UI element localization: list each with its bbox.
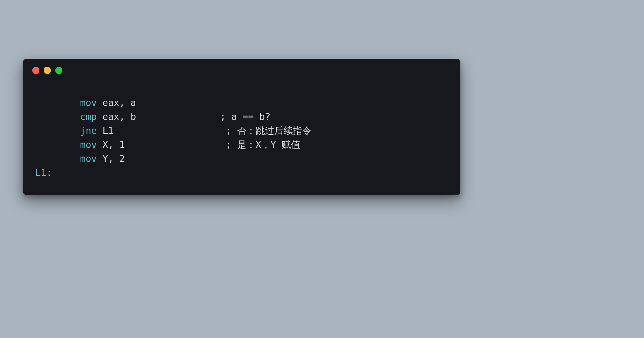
code-line: L1: [35, 166, 448, 180]
code-line: cmp eax, b ; a == b? [35, 110, 448, 124]
code-window: mov eax, a cmp eax, b ; a == b? jne L1 ;… [23, 59, 460, 195]
code-comment: ; 否：跳过后续指令 [114, 125, 311, 136]
code-block: mov eax, a cmp eax, b ; a == b? jne L1 ;… [23, 77, 460, 195]
minimize-icon[interactable] [44, 67, 51, 74]
code-line: jne L1 ; 否：跳过后续指令 [35, 124, 448, 138]
code-operands: eax, b [97, 111, 136, 122]
code-keyword: mov [80, 153, 97, 164]
code-indent [35, 125, 80, 136]
code-operands: L1 [97, 125, 114, 136]
code-comment: ; a == b? [136, 111, 271, 122]
code-indent [35, 153, 80, 164]
code-line: mov X, 1 ; 是：X，Y 赋值 [35, 138, 448, 152]
code-keyword: mov [80, 97, 97, 108]
code-indent [35, 139, 80, 150]
code-line: mov Y, 2 [35, 152, 448, 166]
code-operands: eax, a [97, 97, 136, 108]
code-comment: ; 是：X，Y 赋值 [125, 139, 300, 150]
code-keyword: cmp [80, 111, 97, 122]
code-indent [35, 111, 80, 122]
code-indent [35, 97, 80, 108]
titlebar [23, 59, 460, 77]
close-icon[interactable] [32, 67, 39, 74]
code-operands: X, 1 [97, 139, 125, 150]
code-line: mov eax, a [35, 96, 448, 110]
code-operands: Y, 2 [97, 153, 125, 164]
code-keyword: mov [80, 139, 97, 150]
code-keyword: jne [80, 125, 97, 136]
code-label: L1: [35, 167, 52, 178]
maximize-icon[interactable] [55, 67, 62, 74]
